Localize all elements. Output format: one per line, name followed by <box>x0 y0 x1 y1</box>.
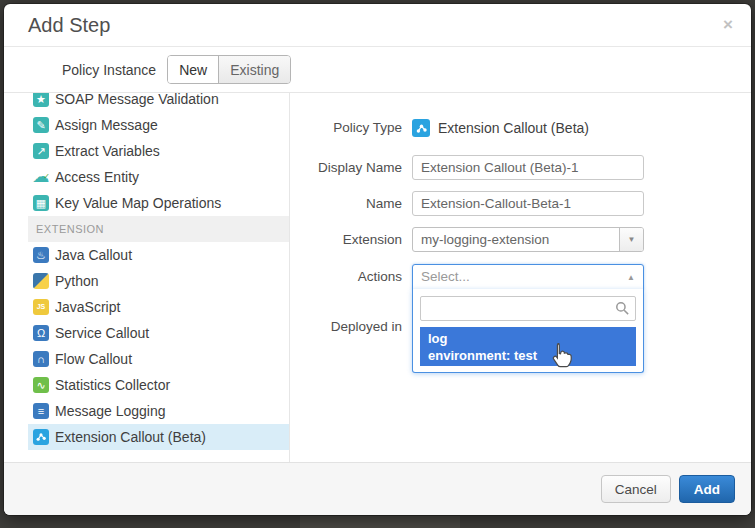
python-script-icon <box>33 273 49 289</box>
display-name-label: Display Name <box>290 155 402 181</box>
actions-label: Actions <box>290 264 402 290</box>
flow-callout-icon: ∩ <box>33 351 49 367</box>
policy-form: Policy Type Extension Callout (Beta) Dis… <box>290 93 751 462</box>
actions-option-log[interactable]: log environment: test <box>420 327 636 366</box>
policy-list: ★SOAP Message Validation✎Assign Message↗… <box>28 93 289 450</box>
assign-message-icon: ✎ <box>33 117 49 133</box>
display-name-row: Display Name <box>290 155 751 181</box>
policy-instance-row: Policy Instance New Existing <box>4 47 751 92</box>
policy-item-label: Flow Callout <box>55 351 132 367</box>
policy-item-statistics-collector[interactable]: ∿Statistics Collector <box>28 372 289 398</box>
modal-footer: Cancel Add <box>4 462 751 515</box>
policy-item-label: Python <box>55 273 99 289</box>
add-step-modal: Add Step × Policy Instance New Existing … <box>4 4 751 515</box>
policy-item-label: Access Entity <box>55 169 139 185</box>
policy-item-key-value-map-operations[interactable]: ▦Key Value Map Operations <box>28 190 289 216</box>
extension-callout-icon <box>33 429 49 445</box>
extension-select-value: my-logging-extension <box>421 232 549 247</box>
close-icon[interactable]: × <box>723 15 733 35</box>
javascript-icon: JS <box>33 299 49 315</box>
deployed-in-label: Deployed in <box>290 314 402 340</box>
actions-search-input[interactable] <box>420 296 636 321</box>
policy-item-label: Statistics Collector <box>55 377 170 393</box>
policy-item-access-entity[interactable]: ☁✓Access Entity <box>28 164 289 190</box>
actions-option-name: log <box>428 330 628 347</box>
policy-item-message-logging[interactable]: ≡Message Logging <box>28 398 289 424</box>
extension-label: Extension <box>290 227 402 253</box>
display-name-input[interactable] <box>412 155 644 180</box>
modal-title: Add Step <box>28 14 110 37</box>
name-input[interactable] <box>412 191 644 216</box>
policy-item-label: JavaScript <box>55 299 120 315</box>
toggle-new[interactable]: New <box>168 56 219 83</box>
policy-instance-toggle: New Existing <box>167 55 291 84</box>
policy-item-label: Java Callout <box>55 247 132 263</box>
extract-variables-icon: ↗ <box>33 143 49 159</box>
policy-item-extension-callout[interactable]: Extension Callout (Beta) <box>28 424 289 450</box>
extension-select[interactable]: my-logging-extension ▼ <box>412 227 644 252</box>
policy-item-extract-variables[interactable]: ↗Extract Variables <box>28 138 289 164</box>
soap-message-validation-icon: ★ <box>33 93 49 107</box>
extension-row: Extension my-logging-extension ▼ <box>290 227 751 253</box>
statistics-collector-icon: ∿ <box>33 377 49 393</box>
service-callout-icon: Ω <box>33 325 49 341</box>
name-label: Name <box>290 191 402 217</box>
policy-list-panel: ★SOAP Message Validation✎Assign Message↗… <box>28 93 290 462</box>
policy-item-label: Service Callout <box>55 325 149 341</box>
page-behind-modal <box>300 516 460 528</box>
actions-option-detail: environment: test <box>428 347 628 364</box>
policy-type-row: Policy Type Extension Callout (Beta) <box>290 115 751 141</box>
name-row: Name <box>290 191 751 217</box>
actions-row: Actions Select... ▲ <box>290 264 751 290</box>
access-entity-icon: ☁✓ <box>33 169 49 185</box>
policy-item-flow-callout[interactable]: ∩Flow Callout <box>28 346 289 372</box>
cancel-button[interactable]: Cancel <box>601 475 671 503</box>
policy-item-label: Extract Variables <box>55 143 160 159</box>
search-icon <box>615 301 630 320</box>
actions-dropdown-panel: log environment: test <box>412 289 644 373</box>
java-callout-icon: ♨ <box>33 247 49 263</box>
actions-select[interactable]: Select... ▲ <box>412 264 644 290</box>
policy-item-service-callout[interactable]: ΩService Callout <box>28 320 289 346</box>
message-logging-icon: ≡ <box>33 403 49 419</box>
policy-item-soap-message-validation[interactable]: ★SOAP Message Validation <box>28 93 289 112</box>
policy-item-python-script[interactable]: Python <box>28 268 289 294</box>
policy-item-label: Key Value Map Operations <box>55 195 221 211</box>
modal-header: Add Step × <box>4 4 751 47</box>
toggle-existing[interactable]: Existing <box>219 56 290 83</box>
add-button[interactable]: Add <box>679 475 735 503</box>
policy-type-value: Extension Callout (Beta) <box>438 120 589 136</box>
modal-content: ★SOAP Message Validation✎Assign Message↗… <box>4 92 751 462</box>
policy-instance-label: Policy Instance <box>62 62 156 78</box>
policy-item-assign-message[interactable]: ✎Assign Message <box>28 112 289 138</box>
policy-item-label: Extension Callout (Beta) <box>55 429 206 445</box>
policy-type-label: Policy Type <box>290 115 402 141</box>
policy-item-label: SOAP Message Validation <box>55 93 219 107</box>
extension-callout-icon <box>412 119 430 137</box>
policy-item-label: Assign Message <box>55 117 158 133</box>
extension-section-header: EXTENSION <box>28 216 289 242</box>
chevron-up-icon[interactable]: ▲ <box>627 265 635 290</box>
chevron-down-icon[interactable]: ▼ <box>619 228 643 251</box>
policy-item-javascript[interactable]: JSJavaScript <box>28 294 289 320</box>
actions-select-placeholder: Select... <box>421 269 470 284</box>
key-value-map-operations-icon: ▦ <box>33 195 49 211</box>
policy-item-label: Message Logging <box>55 403 166 419</box>
policy-item-java-callout[interactable]: ♨Java Callout <box>28 242 289 268</box>
